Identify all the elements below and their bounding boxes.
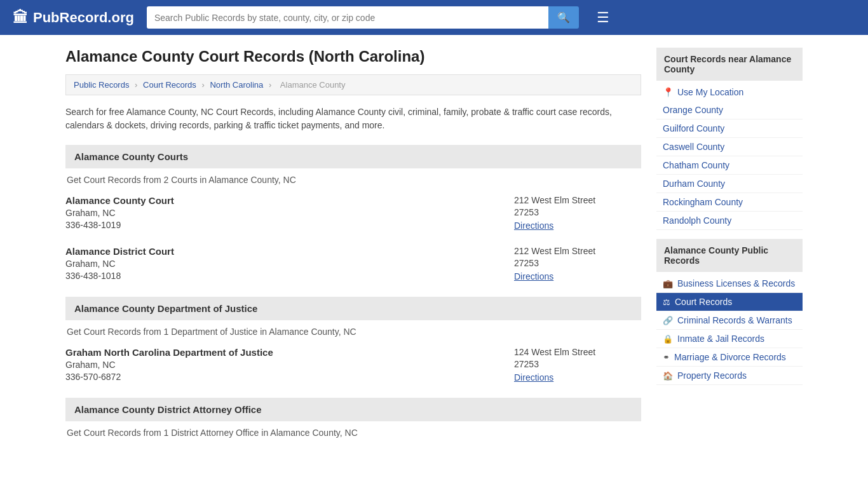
court-zip-2: 27253 [514, 258, 641, 268]
pr-item-4[interactable]: ⚭ Marriage & Divorce Records [656, 348, 803, 367]
breadcrumb: Public Records › Court Records › North C… [65, 74, 641, 95]
nearby-county-link-2: Caswell County [663, 142, 724, 152]
nearby-county-link-4: Durham County [663, 179, 725, 189]
logo-text: PubRecord.org [33, 10, 134, 26]
page-description: Search for free Alamance County, NC Cour… [65, 105, 641, 132]
court-directions-2[interactable]: Directions [514, 271, 553, 281]
court-right-2: 212 West Elm Street 27253 Directions [514, 246, 641, 281]
court-address-2: 212 West Elm Street [514, 246, 641, 256]
pr-icon-2: 🔗 [663, 316, 673, 325]
hamburger-icon: ☰ [597, 10, 609, 25]
pr-icon-3: 🔒 [663, 334, 673, 344]
pr-icon-0: 💼 [663, 279, 673, 288]
pr-icon-5: 🏠 [663, 371, 673, 381]
search-bar: 🔍 [147, 6, 579, 29]
court-left-2: Alamance District Court Graham, NC 336-4… [65, 246, 514, 281]
breadcrumb-sep3: › [269, 80, 271, 90]
court-entry-1: Alamance County Court Graham, NC 336-438… [65, 195, 641, 231]
breadcrumb-alamance-county: Alamance County [280, 80, 346, 90]
nearby-county-4[interactable]: Durham County [656, 175, 803, 193]
public-records-header: Alamance County Public Records [656, 239, 803, 272]
nearby-county-link-0: Orange County [663, 105, 723, 115]
doj-directions-1[interactable]: Directions [514, 372, 553, 383]
breadcrumb-court-records[interactable]: Court Records [143, 80, 196, 90]
court-entry-2: Alamance District Court Graham, NC 336-4… [65, 246, 641, 281]
location-icon: 📍 [663, 87, 674, 97]
search-input[interactable] [147, 6, 548, 29]
da-section-header: Alamance County District Attorney Office [65, 398, 641, 421]
court-right-1: 212 West Elm Street 27253 Directions [514, 195, 641, 231]
nearby-county-3[interactable]: Chatham County [656, 156, 803, 175]
page-body: Alamance County Court Records (North Car… [53, 35, 815, 461]
pr-icon-1: ⚖ [663, 297, 670, 307]
court-name-1: Alamance County Court [65, 195, 514, 206]
page-title: Alamance County Court Records (North Car… [65, 48, 641, 65]
pr-item-0[interactable]: 💼 Business Licenses & Records [656, 274, 803, 293]
pr-item-1[interactable]: ⚖ Court Records [656, 293, 803, 311]
use-location[interactable]: 📍 Use My Location [656, 83, 803, 101]
use-location-link[interactable]: Use My Location [677, 87, 743, 97]
courts-section-desc: Get Court Records from 2 Courts in Alama… [65, 175, 641, 185]
court-zip-1: 27253 [514, 207, 641, 217]
pr-link-5: Property Records [677, 370, 747, 381]
pr-item-2[interactable]: 🔗 Criminal Records & Warrants [656, 311, 803, 330]
court-phone-2: 336-438-1018 [65, 271, 514, 281]
court-directions-1[interactable]: Directions [514, 220, 553, 231]
doj-section-desc: Get Court Records from 1 Department of J… [65, 327, 641, 337]
da-section-desc: Get Court Records from 1 District Attorn… [65, 428, 641, 438]
nearby-county-link-6: Randolph County [663, 215, 731, 226]
doj-section-header: Alamance County Department of Justice [65, 297, 641, 320]
doj-phone-1: 336-570-6872 [65, 372, 514, 382]
court-address-1: 212 West Elm Street [514, 195, 641, 205]
main-content: Alamance County Court Records (North Car… [65, 48, 641, 448]
sidebar: Court Records near Alamance County 📍 Use… [656, 48, 803, 448]
pr-link-3: Inmate & Jail Records [677, 334, 764, 344]
logo-icon: 🏛 [13, 9, 28, 27]
nearby-county-link-3: Chatham County [663, 160, 729, 170]
nearby-counties-list: Orange County Guilford County Caswell Co… [656, 101, 803, 230]
courts-section-header: Alamance County Courts [65, 145, 641, 168]
site-logo[interactable]: 🏛 PubRecord.org [13, 9, 134, 27]
breadcrumb-public-records[interactable]: Public Records [74, 80, 129, 90]
doj-entry-1: Graham North Carolina Department of Just… [65, 347, 641, 383]
court-phone-1: 336-438-1019 [65, 220, 514, 230]
pr-icon-4: ⚭ [663, 353, 670, 362]
court-name-2: Alamance District Court [65, 246, 514, 257]
nearby-county-6[interactable]: Randolph County [656, 212, 803, 230]
menu-button[interactable]: ☰ [597, 10, 609, 26]
doj-name-1: Graham North Carolina Department of Just… [65, 347, 514, 358]
nearby-county-0[interactable]: Orange County [656, 101, 803, 119]
doj-zip-1: 27253 [514, 359, 641, 369]
breadcrumb-sep1: › [135, 80, 137, 90]
pr-link-4: Marriage & Divorce Records [674, 352, 786, 362]
nearby-county-2[interactable]: Caswell County [656, 138, 803, 156]
pr-link-2: Criminal Records & Warrants [677, 315, 792, 325]
pr-item-5[interactable]: 🏠 Property Records [656, 367, 803, 385]
pr-label-1: Court Records [675, 297, 732, 307]
breadcrumb-north-carolina[interactable]: North Carolina [210, 80, 263, 90]
nearby-county-5[interactable]: Rockingham County [656, 193, 803, 212]
nearby-county-link-1: Guilford County [663, 123, 724, 133]
breadcrumb-sep2: › [201, 80, 204, 90]
public-records-list: 💼 Business Licenses & Records ⚖ Court Re… [656, 274, 803, 385]
site-header: 🏛 PubRecord.org 🔍 ☰ [0, 0, 868, 35]
nearby-header: Court Records near Alamance County [656, 48, 803, 81]
pr-item-3[interactable]: 🔒 Inmate & Jail Records [656, 330, 803, 348]
doj-address-1: 124 West Elm Street [514, 347, 641, 357]
court-city-1: Graham, NC [65, 208, 514, 218]
doj-left-1: Graham North Carolina Department of Just… [65, 347, 514, 383]
court-left-1: Alamance County Court Graham, NC 336-438… [65, 195, 514, 231]
court-city-2: Graham, NC [65, 259, 514, 269]
doj-city-1: Graham, NC [65, 360, 514, 370]
search-button[interactable]: 🔍 [548, 6, 579, 29]
search-icon: 🔍 [557, 12, 570, 23]
nearby-county-link-5: Rockingham County [663, 197, 743, 207]
pr-link-0: Business Licenses & Records [677, 278, 795, 288]
doj-right-1: 124 West Elm Street 27253 Directions [514, 347, 641, 383]
nearby-county-1[interactable]: Guilford County [656, 119, 803, 138]
